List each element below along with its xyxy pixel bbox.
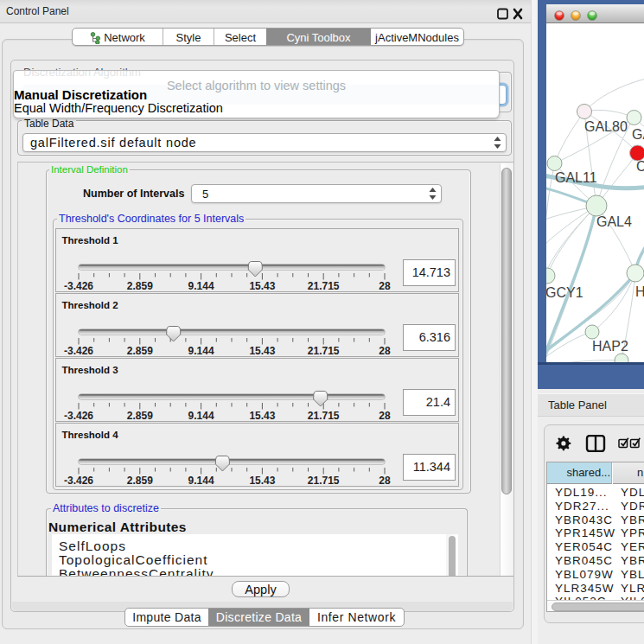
svg-text:GAL80: GAL80 [584, 119, 628, 134]
svg-text:H: H [635, 284, 644, 299]
svg-text:GCY1: GCY1 [546, 285, 583, 300]
svg-text:GAL4: GAL4 [596, 214, 632, 229]
svg-text:GAL11: GAL11 [555, 170, 597, 185]
svg-text:C: C [636, 159, 644, 174]
svg-text:HAP2: HAP2 [592, 339, 628, 354]
svg-text:GA: GA [632, 127, 644, 142]
